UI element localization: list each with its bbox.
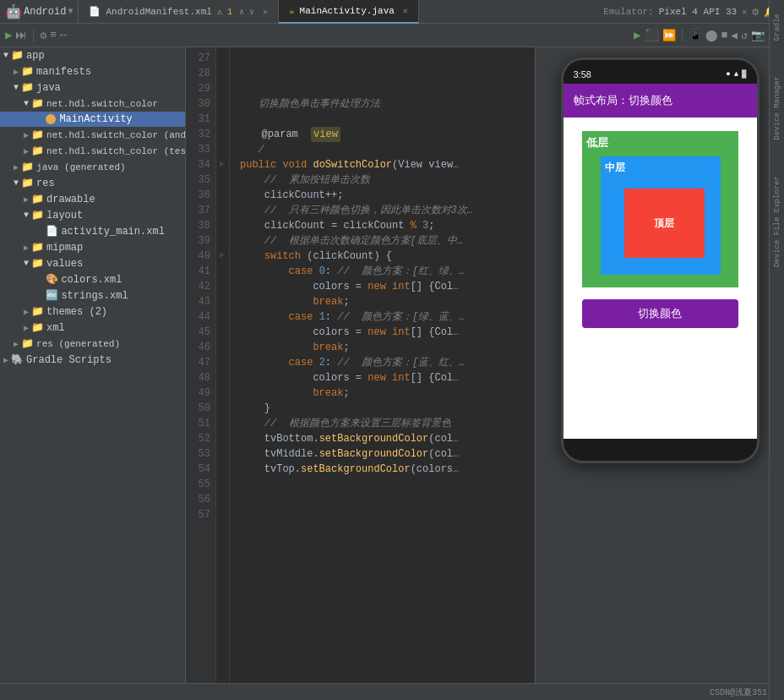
activity-xml-icon: 📄 (46, 225, 58, 238)
toolbar-icon3[interactable]: ↔ (60, 29, 67, 41)
emulator-toolbar-icon3[interactable]: ■ (721, 29, 728, 41)
manifests-icon: 📁 (21, 65, 34, 78)
sidebar-item-layout[interactable]: ▼ 📁 layout (0, 207, 185, 223)
gutter-markers: ⊢ ⊢ (216, 47, 230, 683)
sidebar-item-values[interactable]: ▼ 📁 values (0, 255, 185, 271)
phone-battery-icon: ▓ (742, 70, 746, 79)
package-icon: 📁 (31, 97, 44, 110)
app-header: 帧式布局：切换颜色 (564, 84, 757, 118)
res-label: res (36, 178, 55, 189)
sidebar-item-res-generated[interactable]: ▶ 📁 res (generated) (0, 336, 185, 352)
tab-manifest-label: AndroidManifest.xml (106, 7, 211, 17)
sidebar-item-res[interactable]: ▼ 📁 res (0, 175, 185, 191)
tab-manifest-warning: ⚠ 1 (217, 7, 232, 17)
sidebar-item-themes[interactable]: ▶ 📁 themes (2) (0, 304, 185, 320)
java-icon: 📁 (21, 81, 34, 94)
activity-xml-label: activity_main.xml (61, 226, 164, 238)
java-label: java (36, 82, 61, 94)
settings-icon[interactable]: ⚙ (752, 5, 759, 19)
xml-arrow: ▶ (24, 323, 29, 333)
sidebar-item-activity-main-xml[interactable]: 📄 activity_main.xml (0, 223, 185, 239)
side-tab-device-file-explorer[interactable]: Device File Explorer (771, 171, 783, 272)
pkg-android-arrow: ▶ (24, 130, 29, 140)
sidebar-item-strings-xml[interactable]: 🔤 strings.xml (0, 287, 185, 304)
emulator-label: Emulator: (603, 7, 653, 17)
device-close-icon[interactable]: ✕ (742, 7, 747, 17)
layout-label: layout (46, 210, 83, 221)
xml-label: xml (46, 322, 65, 334)
sidebar-item-xml[interactable]: ▶ 📁 xml (0, 320, 185, 336)
toolbar-play-icon[interactable]: ▶ (5, 28, 12, 42)
switch-color-button[interactable]: 切换颜色 (582, 299, 738, 328)
sidebar-item-package-test[interactable]: ▶ 📁 net.hdl.switch_color (test) (0, 143, 185, 159)
emulator-toolbar-icon4[interactable]: ◀ (731, 29, 738, 42)
tab-manifest-up[interactable]: ∧ (239, 7, 244, 17)
android-label[interactable]: Android (24, 6, 66, 18)
device-label[interactable]: Pixel 4 API 33 (659, 7, 737, 17)
sidebar-item-package-main[interactable]: ▼ 📁 net.hdl.switch_color (0, 96, 185, 112)
sidebar-item-java[interactable]: ▼ 📁 java (0, 79, 185, 96)
tab-mainactivity-close[interactable]: ✕ (403, 6, 408, 16)
sidebar-item-package-android[interactable]: ▶ 📁 net.hdl.switch_color (andro (0, 127, 185, 143)
code-content[interactable]: 切换颜色单击事件处理方法 @param view / public void d… (230, 47, 535, 683)
emulator-toolbar-stop[interactable]: ⬛ (645, 28, 659, 42)
pkg-test-icon: 📁 (31, 145, 44, 157)
drawable-arrow: ▶ (24, 194, 29, 205)
tab-manifest-down[interactable]: ∨ (249, 7, 254, 17)
layer-top-label: 顶层 (654, 216, 674, 231)
layer-top: 顶层 (624, 189, 705, 258)
toolbar-icon2[interactable]: ≡ (50, 29, 57, 41)
sidebar-item-java-generated[interactable]: ▶ 📁 java (generated) (0, 159, 185, 175)
sidebar-item-gradle[interactable]: ▶ 🐘 Gradle Scripts (0, 352, 185, 368)
layer-bottom-label: 低层 (586, 135, 608, 150)
bottom-bar: CSDN@浅夏351 (0, 683, 784, 700)
mainactivity-label: MainActivity (59, 113, 132, 125)
package-label: net.hdl.switch_color (46, 99, 158, 109)
phone-screen: 帧式布局：切换颜色 低层 (564, 84, 757, 439)
right-side-tabs: Gradle Device Manager Device File Explor… (769, 0, 784, 700)
gradle-arrow: ▶ (3, 355, 8, 365)
sidebar-item-drawable[interactable]: ▶ 📁 drawable (0, 191, 185, 207)
emulator-toolbar-icon1[interactable]: 📱 (689, 29, 702, 42)
drawable-label: drawable (46, 194, 95, 205)
res-gen-icon: 📁 (21, 337, 34, 350)
layer-middle-label: 中层 (605, 161, 625, 175)
activity-spacer (34, 226, 46, 238)
toolbar-icon1[interactable]: ⚙ (40, 29, 46, 42)
code-editor[interactable]: 2728293031 3233343536 3738394041 4243444… (186, 47, 535, 683)
sidebar-item-mainactivity[interactable]: MainActivity (0, 112, 185, 127)
manifests-arrow: ▶ (14, 67, 19, 77)
emulator-toolbar-icon2[interactable]: ⬤ (705, 29, 718, 42)
tab-manifest-close[interactable]: ✕ (263, 7, 268, 17)
emulator-toolbar-icon6[interactable]: 📷 (751, 29, 765, 42)
phone-status-bar: 3:58 ● ▲ ▓ (564, 65, 757, 84)
emulator-toolbar-icon5[interactable]: ↺ (741, 29, 748, 42)
emulator-toolbar-play[interactable]: ▶ (634, 28, 640, 42)
colors-label: colors.xml (61, 274, 122, 286)
sidebar-item-manifests[interactable]: ▶ 📁 manifests (0, 63, 185, 79)
switch-color-button-label: 切换颜色 (638, 306, 682, 321)
res-gen-arrow: ▶ (14, 339, 19, 349)
pkg-test-label: net.hdl.switch_color (test) (46, 146, 186, 156)
gradle-label: Gradle Scripts (26, 354, 112, 366)
sidebar-item-app[interactable]: ▼ 📁 app (0, 47, 185, 63)
themes-label: themes (2) (46, 306, 107, 318)
emulator-toolbar-skip[interactable]: ⏩ (662, 29, 676, 42)
res-icon: 📁 (21, 177, 34, 189)
file-tree: ▼ 📁 app ▶ 📁 manifests ▼ 📁 java (0, 47, 186, 683)
android-dropdown-icon[interactable]: ▼ (68, 7, 73, 16)
android-logo: 🤖 (5, 3, 22, 20)
toolbar-step-icon[interactable]: ⏭ (15, 29, 27, 42)
tab-mainactivity[interactable]: ☕ MainActivity.java ✕ (279, 0, 419, 24)
side-tab-device-manager[interactable]: Device Manager (771, 71, 783, 145)
line-numbers: 2728293031 3233343536 3738394041 4243444… (186, 47, 216, 683)
pkg-android-label: net.hdl.switch_color (andro (46, 130, 186, 140)
gradle-icon: 🐘 (11, 353, 24, 366)
sidebar-item-mipmap[interactable]: ▶ 📁 mipmap (0, 239, 185, 255)
app-header-title: 帧式布局：切换颜色 (574, 93, 672, 108)
side-tab-gradle[interactable]: Gradle (771, 8, 783, 46)
sidebar-item-colors-xml[interactable]: 🎨 colors.xml (0, 271, 185, 287)
mainactivity-spacer (34, 113, 46, 125)
strings-icon: 🔤 (46, 289, 58, 302)
tab-manifest[interactable]: 📄 AndroidManifest.xml ⚠ 1 ∧ ∨ ✕ (79, 0, 279, 24)
